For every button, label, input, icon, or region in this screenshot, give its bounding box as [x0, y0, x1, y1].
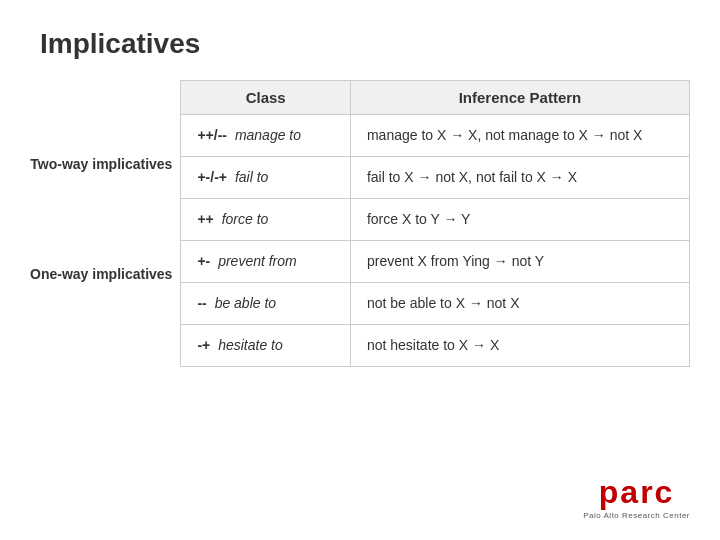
class-cell-fail: +-/-+ fail to	[181, 157, 351, 199]
text-manage: manage to	[235, 127, 301, 143]
inference-cell-fail: fail to X → not X, not fail to X → X	[350, 157, 689, 199]
left-labels: Two-way implicatives One-way implicative…	[30, 80, 180, 340]
header-class: Class	[181, 81, 351, 115]
table-row: -- be able to not be able to X → not X	[181, 283, 690, 325]
text-hesitate: hesitate to	[218, 337, 283, 353]
inference-cell-able: not be able to X → not X	[350, 283, 689, 325]
class-cell-prevent: +- prevent from	[181, 241, 351, 283]
text-prevent: prevent from	[218, 253, 297, 269]
header-inference: Inference Pattern	[350, 81, 689, 115]
table-row: ++ force to force X to Y → Y	[181, 199, 690, 241]
page-title: Implicatives	[0, 0, 720, 80]
two-way-text: Two-way implicatives	[30, 156, 172, 172]
symbol-hesitate: -+	[197, 337, 210, 353]
symbol-prevent: +-	[197, 253, 210, 269]
parc-logo: parc Palo Alto Research Center	[583, 474, 690, 520]
class-cell-manage: ++/-- manage to	[181, 115, 351, 157]
symbol-manage: ++/--	[197, 127, 227, 143]
table-row: +- prevent from prevent X from Ying → no…	[181, 241, 690, 283]
inference-cell-manage: manage to X → X, not manage to X → not X	[350, 115, 689, 157]
text-force: force to	[222, 211, 269, 227]
class-cell-able: -- be able to	[181, 283, 351, 325]
symbol-able: --	[197, 295, 206, 311]
table-row: +-/-+ fail to fail to X → not X, not fai…	[181, 157, 690, 199]
symbol-force: ++	[197, 211, 213, 227]
parc-blue-text: par	[599, 474, 655, 510]
parc-subtext: Palo Alto Research Center	[583, 511, 690, 520]
one-way-label: One-way implicatives	[30, 208, 180, 340]
class-cell-hesitate: -+ hesitate to	[181, 325, 351, 367]
text-fail: fail to	[235, 169, 268, 185]
parc-red-text: c	[655, 474, 675, 510]
symbol-fail: +-/-+	[197, 169, 227, 185]
content-area: Two-way implicatives One-way implicative…	[0, 80, 720, 367]
two-way-label: Two-way implicatives	[30, 120, 180, 208]
table-header-row: Class Inference Pattern	[181, 81, 690, 115]
table-row: -+ hesitate to not hesitate to X → X	[181, 325, 690, 367]
parc-logo-text: parc	[599, 474, 675, 511]
implicatives-table: Class Inference Pattern ++/-- manage to …	[180, 80, 690, 367]
text-able: be able to	[215, 295, 277, 311]
class-cell-force: ++ force to	[181, 199, 351, 241]
inference-cell-hesitate: not hesitate to X → X	[350, 325, 689, 367]
one-way-text: One-way implicatives	[30, 266, 172, 282]
inference-cell-prevent: prevent X from Ying → not Y	[350, 241, 689, 283]
table-row: ++/-- manage to manage to X → X, not man…	[181, 115, 690, 157]
inference-cell-force: force X to Y → Y	[350, 199, 689, 241]
